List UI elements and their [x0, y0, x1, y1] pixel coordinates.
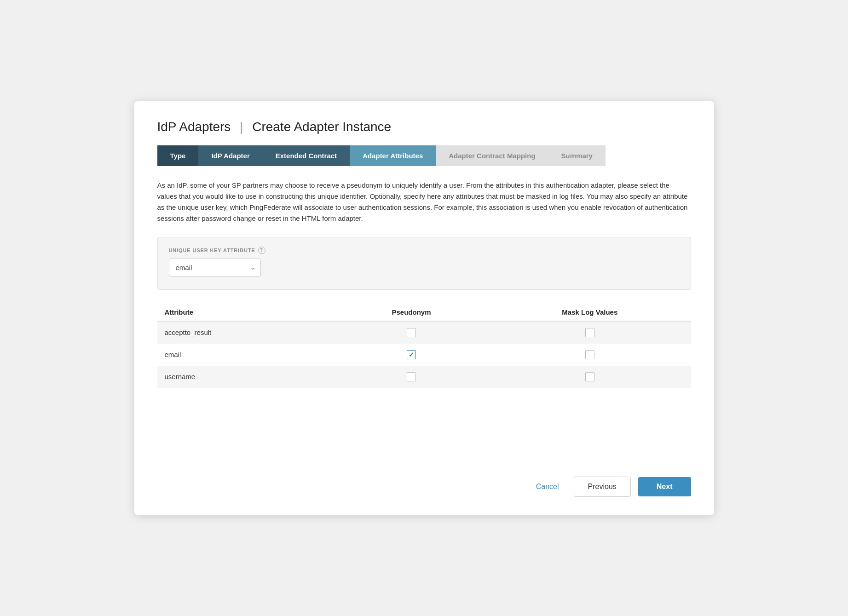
mask-log-cell	[489, 344, 691, 366]
description-text: As an IdP, some of your SP partners may …	[157, 180, 691, 224]
table-row: email ✓	[157, 344, 691, 366]
pseudonym-checkbox[interactable]: ✓	[407, 350, 416, 359]
next-button[interactable]: Next	[638, 477, 691, 496]
tab-type[interactable]: Type	[157, 145, 199, 166]
cancel-button[interactable]: Cancel	[529, 478, 566, 495]
tab-extended-contract[interactable]: Extended Contract	[263, 145, 350, 166]
mask-log-checkbox[interactable]	[585, 372, 594, 381]
attribute-name: username	[157, 366, 334, 388]
col-header-pseudonym: Pseudonym	[334, 304, 489, 321]
tab-bar: Type IdP Adapter Extended Contract Adapt…	[157, 145, 691, 166]
table-row: username	[157, 366, 691, 388]
tab-summary[interactable]: Summary	[548, 145, 606, 166]
mask-log-cell	[489, 321, 691, 344]
table-header-row: Attribute Pseudonym Mask Log Values	[157, 304, 691, 321]
pseudonym-cell	[334, 366, 489, 388]
title-part1: IdP Adapters	[157, 120, 231, 134]
col-header-attribute: Attribute	[157, 304, 334, 321]
tab-adapter-contract-mapping[interactable]: Adapter Contract Mapping	[436, 145, 548, 166]
title-part2: Create Adapter Instance	[252, 120, 391, 134]
main-window: IdP Adapters | Create Adapter Instance T…	[134, 101, 714, 515]
pseudonym-checkbox[interactable]	[407, 328, 416, 337]
page-title: IdP Adapters | Create Adapter Instance	[157, 120, 691, 134]
attribute-name: email	[157, 344, 334, 366]
help-icon[interactable]: ?	[258, 247, 265, 254]
mask-log-cell	[489, 366, 691, 388]
tab-idp-adapter[interactable]: IdP Adapter	[198, 145, 262, 166]
unique-key-section: UNIQUE USER KEY ATTRIBUTE ? email userna…	[157, 237, 691, 290]
mask-log-checkbox[interactable]	[585, 350, 594, 359]
pseudonym-checkbox[interactable]	[407, 372, 416, 381]
mask-log-checkbox[interactable]	[585, 328, 594, 337]
attribute-name: acceptto_result	[157, 321, 334, 344]
attributes-table: Attribute Pseudonym Mask Log Values acce…	[157, 304, 691, 388]
tab-adapter-attributes[interactable]: Adapter Attributes	[350, 145, 436, 166]
unique-key-label-text: UNIQUE USER KEY ATTRIBUTE	[169, 248, 255, 253]
footer: Cancel Previous Next	[157, 449, 691, 497]
unique-key-select[interactable]: email username acceptto_result	[169, 259, 261, 276]
pseudonym-cell: ✓	[334, 344, 489, 366]
table-row: acceptto_result	[157, 321, 691, 344]
unique-key-select-wrapper: email username acceptto_result ⌄	[169, 259, 261, 276]
pseudonym-cell	[334, 321, 489, 344]
col-header-mask-log-values: Mask Log Values	[489, 304, 691, 321]
unique-key-label: UNIQUE USER KEY ATTRIBUTE ?	[169, 247, 680, 254]
previous-button[interactable]: Previous	[574, 477, 631, 497]
title-separator: |	[240, 120, 243, 134]
